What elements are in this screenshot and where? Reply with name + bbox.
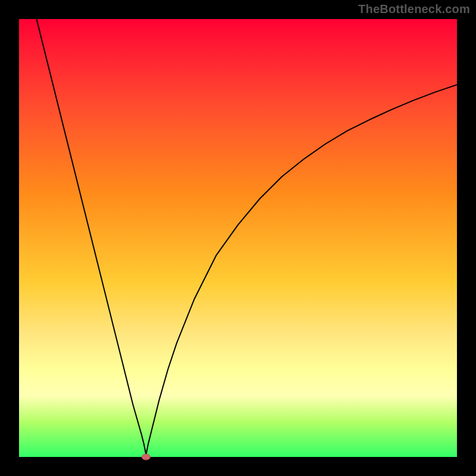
- bottleneck-curve: [36, 19, 457, 455]
- marker-dot: [142, 454, 150, 460]
- chart-frame: TheBottleneck.com: [0, 0, 476, 476]
- watermark-text: TheBottleneck.com: [358, 2, 470, 16]
- curve-layer: [19, 19, 457, 457]
- plot-area: [19, 19, 457, 457]
